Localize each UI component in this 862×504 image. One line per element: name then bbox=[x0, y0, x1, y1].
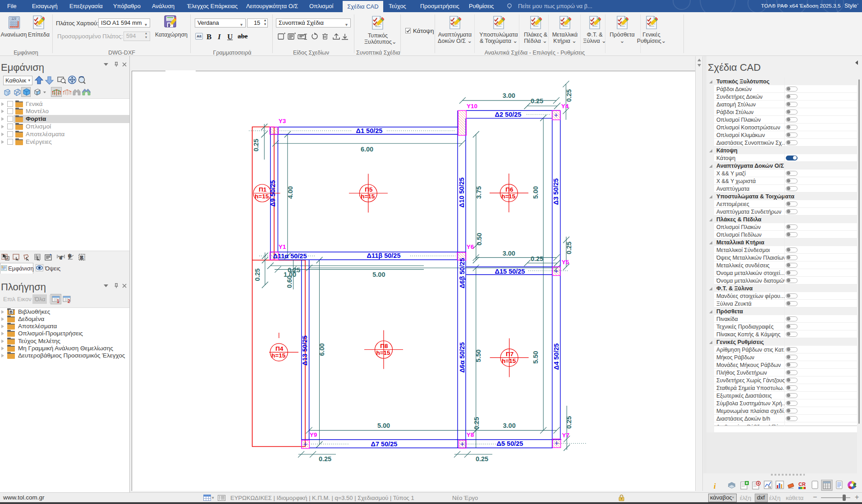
svg-text:Y6: Y6 bbox=[467, 243, 474, 250]
svg-text:Y8: Y8 bbox=[467, 431, 474, 438]
svg-text:Y10: Y10 bbox=[467, 103, 477, 110]
svg-text:0.25: 0.25 bbox=[319, 455, 331, 463]
svg-text:Δ7 50/25: Δ7 50/25 bbox=[371, 440, 398, 448]
svg-text:5.00: 5.00 bbox=[377, 422, 390, 429]
svg-text:Π8: Π8 bbox=[380, 343, 388, 349]
svg-text:E: E bbox=[80, 255, 83, 260]
svg-text:1: 1 bbox=[57, 299, 60, 303]
svg-text:h=15: h=15 bbox=[361, 193, 375, 200]
svg-text:5.00: 5.00 bbox=[372, 271, 385, 278]
svg-text:Δ9 50/25: Δ9 50/25 bbox=[269, 180, 276, 207]
svg-text:2: 2 bbox=[68, 299, 70, 303]
svg-text:CR: CR bbox=[798, 481, 806, 487]
svg-text:Δ2 50/25: Δ2 50/25 bbox=[495, 111, 522, 118]
svg-text:0.25: 0.25 bbox=[476, 455, 488, 463]
svg-text:Δ1 50/25: Δ1 50/25 bbox=[356, 127, 383, 134]
svg-text:h=15: h=15 bbox=[255, 193, 269, 200]
svg-text:5.50: 5.50 bbox=[532, 351, 539, 363]
svg-text:Π4: Π4 bbox=[275, 345, 284, 352]
svg-text:Π1: Π1 bbox=[259, 186, 267, 193]
svg-text:Δ3 50/25: Δ3 50/25 bbox=[552, 179, 559, 205]
svg-text:Y9: Y9 bbox=[310, 431, 317, 438]
svg-text:0.25: 0.25 bbox=[565, 242, 573, 254]
svg-text:i: i bbox=[714, 482, 716, 490]
svg-text:0.50: 0.50 bbox=[476, 233, 483, 245]
svg-text:Δ5 50/25: Δ5 50/25 bbox=[497, 440, 523, 447]
svg-text:Δ15 50/25: Δ15 50/25 bbox=[495, 268, 525, 275]
svg-text:Δ4 50/25: Δ4 50/25 bbox=[553, 344, 560, 370]
svg-text:h=15: h=15 bbox=[271, 352, 286, 359]
svg-text:Δ10 50/25: Δ10 50/25 bbox=[458, 178, 465, 208]
svg-text:d: d bbox=[60, 256, 62, 260]
svg-text:0.25: 0.25 bbox=[531, 97, 543, 105]
svg-text:0.60: 0.60 bbox=[286, 275, 293, 288]
svg-text:6.00: 6.00 bbox=[318, 343, 326, 356]
svg-text:0.25: 0.25 bbox=[565, 89, 573, 102]
svg-text:0.25: 0.25 bbox=[565, 416, 573, 429]
svg-text:Y4: Y4 bbox=[561, 103, 569, 110]
svg-text:Π7: Π7 bbox=[506, 351, 514, 357]
svg-text:3.00: 3.00 bbox=[503, 92, 515, 99]
svg-text:0.25: 0.25 bbox=[473, 417, 480, 430]
svg-text:Δ11α 50/25: Δ11α 50/25 bbox=[273, 252, 307, 260]
svg-text:5.00: 5.00 bbox=[532, 186, 539, 199]
svg-text:6.00: 6.00 bbox=[361, 146, 373, 153]
svg-text:Y1: Y1 bbox=[279, 243, 286, 250]
svg-text:Δ6β 50/25: Δ6β 50/25 bbox=[459, 258, 466, 289]
svg-text:3.00: 3.00 bbox=[503, 422, 515, 429]
svg-text:Π5: Π5 bbox=[365, 186, 373, 193]
svg-text:Π6: Π6 bbox=[505, 186, 514, 193]
svg-text:h=15: h=15 bbox=[502, 357, 516, 364]
svg-text:0.25: 0.25 bbox=[531, 255, 543, 262]
svg-text:0.25: 0.25 bbox=[252, 139, 260, 151]
svg-text:0.25: 0.25 bbox=[254, 268, 261, 281]
svg-text:h=15: h=15 bbox=[376, 349, 390, 356]
svg-text:ψ: ψ bbox=[68, 253, 71, 258]
svg-text:Δ13 50/25: Δ13 50/25 bbox=[301, 335, 308, 366]
svg-text:Δ11β 50/25: Δ11β 50/25 bbox=[367, 252, 401, 259]
svg-text:N: N bbox=[768, 485, 771, 489]
svg-text:Δ6α 50/25: Δ6α 50/25 bbox=[459, 342, 466, 373]
svg-text:5.50: 5.50 bbox=[475, 349, 482, 362]
svg-text:Y3: Y3 bbox=[279, 118, 286, 124]
svg-text:h=15: h=15 bbox=[501, 193, 516, 200]
svg-text:Y7: Y7 bbox=[562, 432, 569, 439]
svg-text:4.00: 4.00 bbox=[287, 186, 294, 199]
svg-text:Y5: Y5 bbox=[562, 259, 569, 266]
svg-text:3.75: 3.75 bbox=[475, 186, 482, 199]
svg-text:3.00: 3.00 bbox=[503, 250, 515, 257]
